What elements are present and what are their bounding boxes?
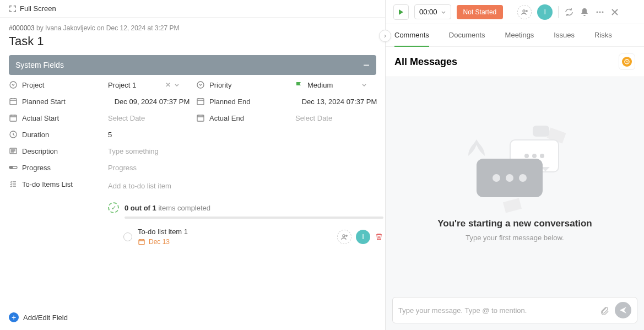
chevron-circle-icon [9, 80, 18, 89]
section-title: System Fields [15, 61, 64, 69]
todo-label: To-do Items List [9, 180, 108, 188]
close-icon [610, 8, 619, 17]
tab-comments[interactable]: Comments [394, 24, 429, 47]
bell-icon [580, 7, 589, 17]
svg-point-11 [343, 235, 345, 237]
more-button[interactable] [595, 7, 605, 17]
chevron-circle-icon [196, 80, 205, 89]
calendar-icon [196, 97, 205, 106]
todo-checkbox[interactable] [123, 232, 132, 241]
activity-panel: 00:00 Not Started I › Comments Documents… [386, 0, 644, 330]
notifications-button[interactable] [580, 7, 589, 17]
duration-value[interactable]: 5 [108, 131, 196, 139]
todo-progress: ✓ 0 out of 1 items completed [108, 202, 383, 213]
add-member-button[interactable] [517, 5, 532, 19]
tab-issues[interactable]: Issues [554, 24, 575, 46]
svg-rect-2 [10, 99, 17, 105]
add-assignee-button[interactable] [337, 230, 351, 244]
fullscreen-button[interactable]: Full Screen [0, 0, 385, 18]
close-button[interactable] [610, 8, 619, 17]
check-circle-icon: ✓ [108, 202, 119, 213]
user-avatar[interactable]: I [537, 4, 553, 20]
planned-end-label: Planned End [196, 97, 295, 106]
plus-circle-icon: + [9, 312, 19, 322]
empty-title: You're starting a new conversation [437, 218, 592, 229]
chevron-down-icon [174, 82, 180, 88]
messages-header: All Messages [386, 47, 644, 77]
empty-state: You're starting a new conversation Type … [386, 77, 644, 290]
send-icon [619, 306, 627, 314]
task-byline: by Ivana Jakovljevic on Dec 12, 2024 at … [36, 24, 179, 32]
todo-item-date[interactable]: Dec 13 [138, 238, 332, 246]
history-button[interactable] [619, 53, 635, 70]
refresh-button[interactable] [564, 7, 574, 17]
task-id: #000003 [9, 24, 35, 32]
project-label: Project [9, 80, 108, 89]
description-input[interactable]: Type something [108, 147, 383, 155]
trash-icon [375, 232, 383, 241]
task-detail-panel: Full Screen #000003 by Ivana Jakovljevic… [0, 0, 386, 330]
planned-start-value[interactable]: Dec 09, 2024 07:37 PM [108, 98, 196, 106]
calendar-icon [9, 113, 18, 122]
todo-progress-bar [125, 217, 383, 219]
clear-icon[interactable]: ✕ [165, 81, 171, 89]
actual-end-label: Actual End [196, 113, 295, 122]
assignee-avatar[interactable]: I [356, 230, 370, 244]
todo-item: To-do list item 1 Dec 13 I [123, 228, 383, 246]
tab-documents[interactable]: Documents [449, 24, 485, 46]
duration-label: Duration [9, 130, 108, 139]
chat-illustration [466, 126, 565, 208]
toolbar: 00:00 Not Started I [386, 0, 644, 24]
planned-start-label: Planned Start [9, 97, 108, 106]
user-plus-icon [340, 233, 348, 241]
clock-icon [622, 57, 632, 67]
progress-label: Progress [9, 163, 108, 172]
fields-grid: Project Project 1 ✕ Priority Medium Plan… [0, 80, 385, 246]
svg-rect-9 [9, 166, 13, 169]
timer-dropdown[interactable]: 00:00 [414, 4, 451, 19]
composer [386, 290, 644, 330]
priority-select[interactable]: Medium [295, 81, 367, 89]
play-button[interactable] [393, 4, 409, 20]
status-button[interactable]: Not Started [457, 5, 504, 19]
system-fields-section[interactable]: System Fields − [9, 55, 376, 75]
calendar-icon [138, 238, 145, 246]
divider [558, 6, 559, 18]
attach-button[interactable] [599, 305, 609, 315]
add-field-button[interactable]: + Add/Edit Field [0, 305, 385, 330]
empty-subtitle: Type your first message below. [466, 234, 564, 242]
actual-end-value[interactable]: Select Date [295, 114, 383, 122]
list-icon [9, 180, 18, 188]
actual-start-label: Actual Start [9, 113, 108, 122]
priority-label: Priority [196, 80, 295, 89]
messages-title: All Messages [394, 56, 457, 68]
chevron-down-icon [361, 82, 367, 88]
description-label: Description [9, 147, 108, 155]
svg-point-15 [602, 11, 604, 13]
collapse-icon[interactable]: − [363, 61, 370, 69]
svg-rect-3 [197, 99, 204, 105]
text-icon [9, 147, 18, 155]
task-meta: #000003 by Ivana Jakovljevic on Dec 12, … [0, 18, 385, 32]
delete-button[interactable] [375, 232, 383, 241]
play-icon [398, 9, 404, 15]
tab-risks[interactable]: Risks [594, 24, 612, 46]
panel-collapse-handle[interactable]: › [379, 30, 391, 42]
tab-meetings[interactable]: Meetings [505, 24, 534, 46]
todo-item-title[interactable]: To-do list item 1 [138, 228, 332, 236]
flag-icon [295, 81, 303, 89]
message-input[interactable] [398, 306, 594, 315]
svg-point-14 [599, 11, 601, 13]
progress-input[interactable]: Progress [108, 164, 383, 172]
svg-point-0 [10, 82, 17, 88]
clock-icon [9, 130, 18, 139]
planned-end-value[interactable]: Dec 13, 2024 07:37 PM [295, 98, 383, 106]
refresh-icon [564, 7, 574, 17]
send-button[interactable] [615, 302, 631, 318]
todo-add-input[interactable]: Add a to-do list item [108, 180, 383, 192]
svg-point-1 [197, 82, 204, 88]
actual-start-value[interactable]: Select Date [108, 114, 196, 122]
todo-count: 0 out of 1 items completed [125, 204, 210, 212]
project-select[interactable]: Project 1 ✕ [108, 81, 180, 89]
progress-icon [9, 163, 18, 172]
